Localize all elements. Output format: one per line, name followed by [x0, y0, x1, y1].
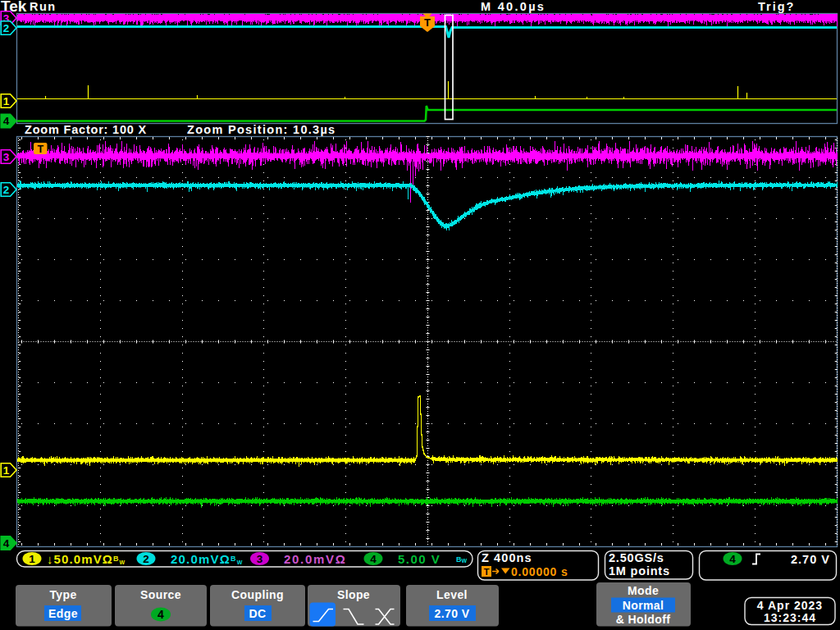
svg-text:5.00 V: 5.00 V [398, 552, 441, 566]
svg-text:2: 2 [3, 184, 10, 196]
svg-text:2: 2 [3, 22, 10, 34]
svg-text:1: 1 [3, 464, 10, 477]
svg-text:Coupling: Coupling [231, 588, 284, 601]
svg-text:0.00000 s: 0.00000 s [511, 565, 568, 578]
svg-text:1: 1 [29, 553, 35, 565]
svg-text:Normal: Normal [623, 599, 664, 612]
svg-text:3: 3 [257, 553, 263, 565]
svg-text:2: 2 [143, 553, 149, 565]
svg-text:2.70 V: 2.70 V [791, 553, 830, 566]
svg-text:Mode: Mode [628, 584, 659, 597]
svg-text:4 Apr 2023: 4 Apr 2023 [757, 599, 823, 612]
svg-text:T: T [37, 144, 43, 155]
svg-text:T: T [484, 567, 490, 577]
svg-text:1: 1 [3, 95, 10, 107]
svg-text:Edge: Edge [48, 607, 78, 620]
svg-text:Type: Type [49, 588, 76, 601]
svg-text:2.50GS/s: 2.50GS/s [609, 551, 664, 564]
svg-text:DC: DC [249, 607, 266, 620]
svg-text:1M points: 1M points [609, 564, 670, 578]
svg-text:Slope: Slope [337, 588, 370, 601]
svg-text:4: 4 [370, 553, 377, 565]
svg-text:T: T [424, 16, 431, 29]
svg-text:Source: Source [140, 588, 181, 601]
svg-text:4: 4 [729, 553, 736, 565]
svg-text:2.70 V: 2.70 V [435, 607, 470, 620]
svg-text:4: 4 [158, 608, 164, 621]
svg-text:& Holdoff: & Holdoff [616, 613, 671, 626]
svg-text:4: 4 [3, 115, 10, 127]
svg-text:Zoom Position: 10.3µs: Zoom Position: 10.3µs [187, 123, 336, 136]
svg-text:M 40.0µs: M 40.0µs [481, 0, 546, 13]
svg-text:Zoom Factor: 100 X: Zoom Factor: 100 X [25, 123, 147, 136]
svg-text:Z 400ns: Z 400ns [482, 551, 532, 564]
svg-text:13:23:44: 13:23:44 [764, 611, 816, 624]
svg-text:Level: Level [436, 588, 468, 601]
svg-text:3: 3 [3, 151, 10, 163]
svg-text:Trig?: Trig? [758, 0, 795, 13]
svg-text:Run: Run [30, 0, 57, 13]
svg-text:20.0mVΩ: 20.0mVΩ [284, 552, 346, 566]
svg-text:4: 4 [3, 537, 10, 550]
